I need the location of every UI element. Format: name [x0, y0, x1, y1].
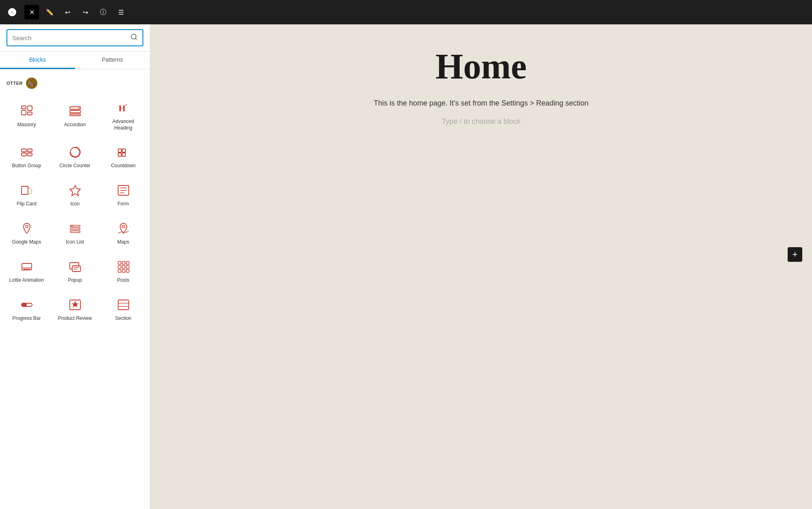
search-bar	[0, 24, 150, 52]
svg-rect-22	[22, 186, 28, 194]
flip-card-icon	[19, 183, 34, 198]
add-block-button[interactable]: +	[788, 247, 802, 262]
tab-patterns[interactable]: Patterns	[75, 52, 150, 69]
progress-bar-icon	[19, 298, 34, 312]
edit-button[interactable]: ✏️	[42, 5, 57, 19]
svg-rect-47	[118, 270, 121, 272]
close-icon: ✕	[29, 9, 35, 16]
main-layout: Blocks Patterns OTTER 🦦	[0, 0, 812, 509]
block-item-progress-bar[interactable]: Progress Bar	[3, 291, 50, 327]
icon-label: Icon	[70, 201, 80, 207]
svg-text:+: +	[125, 102, 127, 107]
google-maps-label: Google Maps	[12, 239, 41, 246]
svg-rect-19	[118, 153, 121, 156]
block-item-masonry[interactable]: Masonry	[3, 94, 50, 136]
popup-label: Popup	[68, 277, 82, 284]
block-item-icon[interactable]: Icon	[52, 176, 98, 213]
progress-bar-label: Progress Bar	[12, 315, 41, 322]
svg-marker-23	[70, 185, 80, 196]
pencil-icon: ✏️	[46, 9, 54, 16]
maps-label: Maps	[117, 239, 129, 246]
lottie-animation-label: Lottie Animation	[9, 277, 44, 284]
block-item-maps[interactable]: Maps	[100, 214, 147, 251]
svg-point-28	[26, 225, 28, 228]
search-button[interactable]	[130, 33, 138, 42]
masonry-icon	[19, 104, 34, 119]
close-button[interactable]: ✕	[24, 5, 39, 19]
block-item-lottie-animation[interactable]: Lottie Animation	[3, 252, 50, 289]
svg-rect-5	[28, 112, 32, 115]
toolbar: ✕ ✏️ ↩ ↪ ⓘ ☰	[0, 0, 812, 24]
block-item-advanced-heading[interactable]: H + Advanced Heading	[100, 94, 147, 136]
svg-point-0	[131, 34, 136, 39]
svg-rect-14	[22, 153, 26, 156]
list-icon: ☰	[118, 9, 124, 16]
flip-card-label: Flip Card	[17, 201, 37, 207]
svg-rect-46	[126, 265, 129, 268]
block-item-flip-card[interactable]: Flip Card	[3, 176, 50, 213]
wordpress-logo-button[interactable]	[5, 5, 19, 19]
search-input[interactable]	[12, 35, 130, 41]
undo-button[interactable]: ↩	[60, 5, 75, 19]
blocks-list: OTTER 🦦 Masonry	[0, 69, 150, 509]
block-item-posts[interactable]: Posts	[100, 252, 147, 289]
svg-rect-18	[122, 149, 125, 152]
svg-point-33	[122, 225, 125, 228]
svg-rect-20	[122, 153, 125, 156]
section-label: OTTER 🦦	[3, 76, 147, 94]
circle-counter-icon	[68, 145, 82, 160]
circle-counter-label: Circle Counter	[59, 163, 91, 169]
block-item-icon-list[interactable]: Icon List	[52, 214, 98, 251]
svg-rect-51	[22, 304, 27, 306]
svg-rect-49	[126, 270, 129, 272]
block-item-accordion[interactable]: Accordion	[52, 94, 98, 136]
info-button[interactable]: ⓘ	[96, 5, 110, 19]
svg-rect-31	[70, 231, 80, 233]
svg-rect-45	[122, 265, 125, 268]
block-item-google-maps[interactable]: Google Maps	[3, 214, 50, 251]
section-icon	[116, 298, 131, 312]
info-icon: ⓘ	[100, 8, 106, 17]
block-item-form[interactable]: Form	[100, 176, 147, 213]
popup-icon	[68, 259, 82, 274]
accordion-label: Accordion	[64, 122, 86, 128]
block-item-button-group[interactable]: Button Group	[3, 138, 50, 175]
svg-rect-4	[22, 110, 26, 115]
sidebar: Blocks Patterns OTTER 🦦	[0, 24, 150, 509]
icon-list-label: Icon List	[66, 239, 84, 246]
svg-rect-8	[70, 114, 80, 116]
countdown-label: Countdown	[111, 163, 136, 169]
search-input-wrapper	[6, 29, 143, 46]
redo-icon: ↪	[83, 9, 88, 16]
svg-rect-7	[70, 110, 80, 113]
page-content: Home This is the home page. It's set fro…	[327, 49, 635, 126]
svg-rect-48	[122, 270, 125, 272]
svg-rect-15	[28, 153, 32, 156]
svg-text:H: H	[119, 103, 125, 113]
accordion-icon	[68, 104, 82, 119]
list-view-button[interactable]: ☰	[114, 5, 128, 19]
block-item-countdown[interactable]: Countdown	[100, 138, 147, 175]
product-review-label: Product Review	[58, 315, 92, 322]
svg-rect-54	[118, 300, 129, 310]
svg-rect-12	[22, 149, 26, 152]
svg-rect-2	[22, 106, 26, 109]
block-item-section[interactable]: Section	[100, 291, 147, 327]
block-item-product-review[interactable]: Product Review	[52, 291, 98, 327]
button-group-icon	[19, 145, 34, 160]
form-icon	[116, 183, 131, 198]
type-hint: Type / to choose a block	[327, 117, 635, 126]
block-grid: Masonry Accordion	[3, 94, 147, 327]
block-item-circle-counter[interactable]: Circle Counter	[52, 138, 98, 175]
posts-label: Posts	[117, 277, 129, 284]
google-maps-icon	[19, 221, 34, 236]
svg-marker-53	[72, 302, 78, 307]
block-item-popup[interactable]: Popup	[52, 252, 98, 289]
advanced-heading-label: Advanced Heading	[104, 119, 143, 131]
redo-button[interactable]: ↪	[78, 5, 93, 19]
form-label: Form	[118, 201, 129, 207]
svg-line-1	[135, 38, 136, 39]
svg-rect-44	[118, 265, 121, 268]
tab-blocks[interactable]: Blocks	[0, 52, 75, 69]
svg-rect-17	[118, 149, 121, 152]
